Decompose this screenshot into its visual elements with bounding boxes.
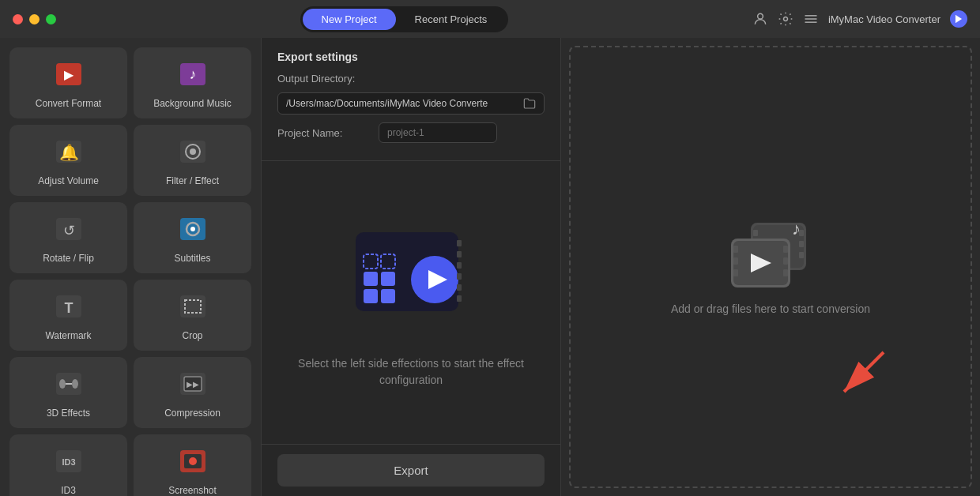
svg-text:♪: ♪ [189, 66, 196, 82]
main-content: ▶ Convert Format ♪ Background Music 🔔 Ad… [0, 38, 980, 496]
sidebar: ▶ Convert Format ♪ Background Music 🔔 Ad… [0, 38, 261, 496]
svg-rect-61 [733, 246, 738, 253]
svg-point-0 [758, 13, 763, 19]
svg-text:🔔: 🔔 [58, 143, 78, 162]
svg-point-25 [59, 379, 66, 389]
background-music-icon: ♪ [175, 57, 210, 92]
browse-folder-icon[interactable] [523, 97, 536, 110]
svg-text:ID3: ID3 [62, 457, 75, 467]
right-panel[interactable]: ♪ Add or drag files here to start conver… [569, 46, 972, 488]
sidebar-item-screenshot[interactable]: Screenshot [134, 434, 251, 496]
3d-effects-label: 3D Effects [47, 408, 90, 419]
sidebar-item-background-music[interactable]: ♪ Background Music [134, 47, 251, 118]
sidebar-item-id3[interactable]: ID3 ID3 [9, 434, 127, 496]
sidebar-item-crop[interactable]: Crop [134, 280, 251, 351]
svg-point-35 [189, 457, 197, 465]
export-button[interactable]: Export [277, 454, 545, 487]
svg-point-26 [72, 379, 78, 389]
sidebar-item-3d-effects[interactable]: 3D Effects [9, 357, 127, 428]
svg-rect-37 [364, 272, 378, 286]
svg-rect-38 [381, 272, 395, 286]
account-icon[interactable] [752, 11, 768, 27]
svg-rect-47 [457, 262, 462, 269]
export-settings: Export settings Output Directory: /Users… [262, 38, 560, 161]
export-settings-title: Export settings [277, 51, 545, 63]
middle-panel: Export settings Output Directory: /Users… [261, 38, 561, 496]
drop-illustration: ♪ [727, 219, 814, 290]
svg-text:▶: ▶ [64, 68, 74, 81]
adjust-volume-icon: 🔔 [51, 134, 86, 169]
watermark-label: Watermark [45, 330, 91, 341]
output-directory-label: Output Directory: [277, 73, 372, 85]
svg-rect-57 [799, 241, 804, 247]
svg-text:♪: ♪ [792, 219, 801, 239]
settings-icon[interactable] [778, 11, 793, 27]
svg-rect-63 [733, 269, 738, 276]
crop-icon [175, 289, 210, 324]
project-name-label: Project Name: [277, 127, 372, 139]
sidebar-item-watermark[interactable]: T Watermark [9, 280, 127, 351]
convert-format-label: Convert Format [36, 98, 101, 109]
svg-rect-64 [783, 246, 788, 253]
svg-rect-48 [457, 273, 462, 280]
background-music-label: Background Music [153, 98, 232, 109]
svg-rect-62 [733, 257, 738, 265]
sidebar-item-subtitles[interactable]: Subtitles [134, 202, 251, 273]
minimize-button[interactable] [29, 14, 40, 24]
export-bar: Export [262, 444, 560, 496]
watermark-icon: T [51, 289, 86, 324]
screenshot-label: Screenshot [168, 485, 217, 496]
app-logo [950, 10, 967, 28]
svg-point-1 [783, 17, 787, 21]
svg-marker-5 [956, 15, 962, 24]
svg-rect-65 [783, 257, 788, 265]
adjust-volume-label: Adjust Volume [38, 175, 99, 186]
svg-rect-46 [457, 251, 462, 257]
convert-format-icon: ▶ [51, 57, 86, 92]
app-name: iMyMac Video Converter [828, 13, 940, 25]
output-directory-path[interactable]: /Users/mac/Documents/iMyMac Video Conver… [277, 92, 545, 115]
sidebar-item-convert-format[interactable]: ▶ Convert Format [9, 47, 127, 118]
svg-point-14 [190, 148, 196, 155]
id3-icon: ID3 [51, 444, 86, 479]
close-button[interactable] [13, 14, 23, 24]
project-name-row: Project Name: [277, 122, 545, 143]
sidebar-item-filter-effect[interactable]: Filter / Effect [134, 125, 251, 196]
output-directory-row: Output Directory: [277, 73, 545, 85]
screenshot-icon [175, 444, 210, 479]
effect-illustration [340, 216, 482, 343]
svg-rect-39 [364, 289, 378, 303]
compression-icon: ▶▶ [175, 366, 210, 401]
svg-text:T: T [64, 300, 73, 316]
3d-effects-icon [51, 366, 86, 401]
compression-label: Compression [164, 408, 220, 419]
menu-icon[interactable] [803, 11, 819, 27]
rotate-flip-icon: ↺ [51, 212, 86, 246]
rotate-flip-label: Rotate / Flip [43, 253, 94, 264]
tab-group: New Project Recent Projects [300, 6, 509, 32]
svg-rect-50 [457, 295, 462, 302]
svg-rect-53 [753, 230, 758, 236]
window-controls [13, 14, 56, 24]
tab-new-project[interactable]: New Project [303, 9, 396, 30]
svg-rect-58 [799, 252, 804, 258]
filter-effect-icon [175, 134, 210, 169]
project-name-input[interactable] [379, 122, 497, 143]
svg-line-70 [844, 352, 884, 392]
tab-recent-projects[interactable]: Recent Projects [396, 9, 507, 30]
svg-rect-49 [457, 284, 462, 291]
subtitles-icon [175, 212, 210, 246]
titlebar-right: iMyMac Video Converter [752, 10, 967, 28]
sidebar-item-compression[interactable]: ▶▶ Compression [134, 357, 251, 428]
middle-body: Select the left side effections to start… [262, 161, 560, 444]
svg-rect-40 [381, 289, 395, 303]
maximize-button[interactable] [46, 14, 56, 24]
sidebar-item-rotate-flip[interactable]: ↺ Rotate / Flip [9, 202, 127, 273]
path-text: /Users/mac/Documents/iMyMac Video Conver… [286, 98, 488, 109]
effect-hint-text: Select the left side effections to start… [277, 355, 545, 389]
arrow-indicator [828, 344, 891, 408]
titlebar: New Project Recent Projects iMyMac Video… [0, 0, 980, 38]
output-directory-path-row: /Users/mac/Documents/iMyMac Video Conver… [277, 92, 545, 115]
id3-label: ID3 [61, 485, 76, 496]
sidebar-item-adjust-volume[interactable]: 🔔 Adjust Volume [9, 125, 127, 196]
